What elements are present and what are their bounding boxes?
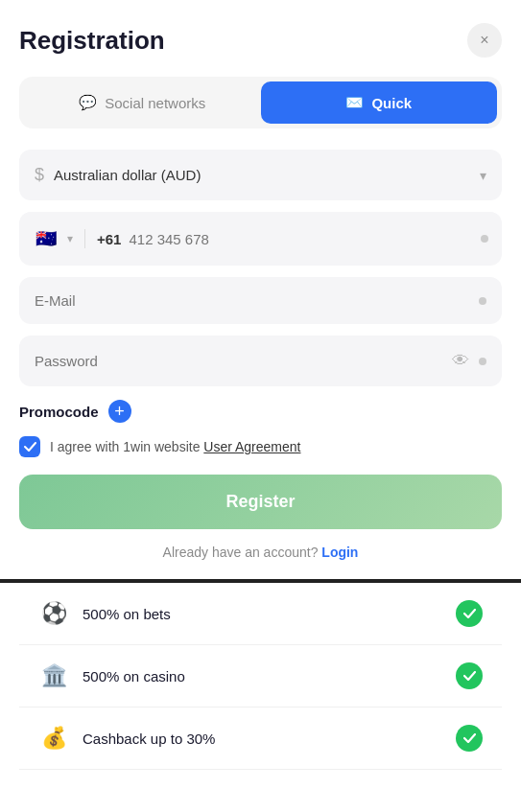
user-agreement-link[interactable]: User Agreement [203,439,300,454]
phone-row: 🇦🇺 ▾ +61 [19,212,502,266]
bonus-text: Cashback up to 30% [83,731,442,747]
modal-header: Registration × [19,23,502,58]
check-badge [456,600,483,627]
currency-dropdown[interactable]: $ Australian dollar (AUD) ▾ [19,150,502,200]
chevron-down-icon: ▾ [480,168,486,183]
tab-social-label: Social networks [105,95,205,111]
agreement-text: I agree with 1win website User Agreement [50,439,300,454]
password-input[interactable] [35,353,452,369]
phone-group: 🇦🇺 ▾ +61 [19,212,502,266]
checkmark-icon [24,442,36,452]
password-dot [479,358,486,365]
currency-label: Australian dollar (AUD) [54,167,201,183]
password-field-wrapper: 👁 [19,336,502,386]
password-icons: 👁 [452,351,486,371]
promocode-row: Promocode + [19,400,502,423]
phone-divider [84,229,85,248]
bonus-item: 🏛️ 500% on casino [19,645,502,708]
login-prompt-text: Already have an account? [163,545,322,560]
modal-title: Registration [19,26,165,56]
login-row: Already have an account? Login [19,545,502,560]
promocode-label: Promocode [19,404,99,420]
email-field-wrapper [19,277,502,324]
currency-group: $ Australian dollar (AUD) ▾ [19,150,502,200]
bonus-item: 💰 Cashback up to 30% [19,708,502,770]
agreement-row: I agree with 1win website User Agreement [19,436,502,457]
close-button[interactable]: × [467,23,502,58]
envelope-icon: ✉️ [345,94,364,111]
tab-quick-label: Quick [371,95,412,111]
agreement-checkbox[interactable] [19,436,40,457]
tab-social-networks[interactable]: 💬 Social networks [24,81,261,124]
login-link[interactable]: Login [321,545,358,560]
bonus-text: 500% on casino [83,668,442,684]
bonus-list: ⚽ 500% on bets 🏛️ 500% on casino 💰 Cashb… [19,583,502,770]
bonus-text: 500% on bets [83,606,442,622]
country-flag: 🇦🇺 [33,225,59,252]
country-chevron-icon[interactable]: ▾ [67,232,73,245]
bonus-icon: ⚽ [38,601,69,626]
dollar-icon: $ [35,165,44,185]
add-promocode-button[interactable]: + [108,400,131,423]
check-badge [456,725,483,752]
phone-dot [481,235,488,243]
eye-icon[interactable]: 👁 [452,351,469,371]
email-group [19,277,502,324]
email-input[interactable] [35,292,479,309]
bonus-icon: 🏛️ [38,663,69,688]
tab-container: 💬 Social networks ✉️ Quick [19,77,502,128]
speech-bubble-icon: 💬 [79,94,97,111]
check-badge [456,662,483,689]
register-button[interactable]: Register [19,475,502,529]
bonus-icon: 💰 [38,726,69,751]
registration-modal: Registration × 💬 Social networks ✉️ Quic… [0,0,521,812]
password-group: 👁 [19,336,502,386]
currency-inner: $ Australian dollar (AUD) [35,165,201,185]
phone-country-code: +61 [97,231,121,247]
bonus-item: ⚽ 500% on bets [19,583,502,645]
phone-input[interactable] [129,231,473,247]
tab-quick[interactable]: ✉️ Quick [261,81,498,124]
email-dot [479,297,486,305]
